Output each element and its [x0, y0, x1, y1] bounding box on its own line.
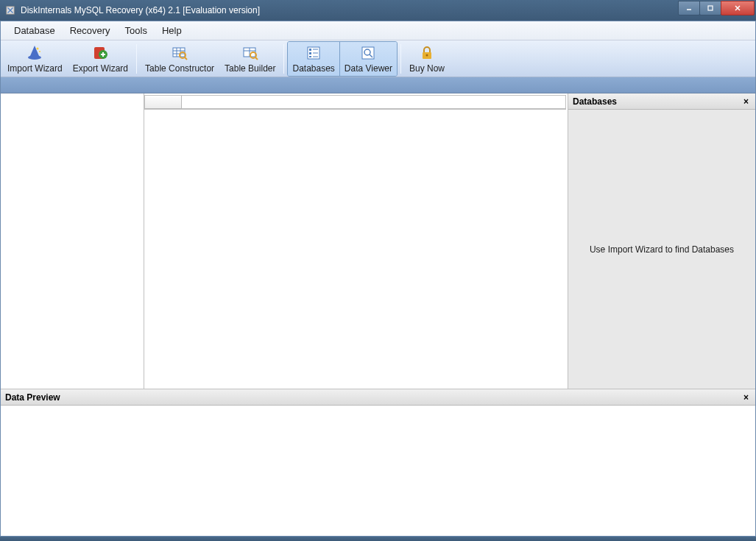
close-button[interactable]	[721, 1, 755, 15]
menubar: Database Recovery Tools Help	[1, 21, 755, 40]
wizard-hat-icon	[26, 44, 43, 62]
view-toggle-group: Databases Data Viewer	[287, 41, 398, 77]
svg-point-3	[28, 55, 41, 60]
databases-button[interactable]: Databases	[288, 42, 339, 76]
svg-rect-2	[708, 6, 713, 10]
preview-panel-body[interactable]	[1, 406, 755, 536]
center-wrap: ◄ ►	[144, 93, 568, 389]
menu-help[interactable]: Help	[155, 22, 189, 39]
upper-panes: ◄ ► Databases × Use Import Wizard to fin…	[1, 93, 755, 389]
svg-rect-23	[309, 56, 311, 57]
app-window: DiskInternals MySQL Recovery (x64) 2.1 […	[0, 0, 756, 541]
toolbar-label: Import Wizard	[7, 63, 63, 74]
lock-icon	[418, 44, 436, 62]
import-wizard-button[interactable]: Import Wizard	[2, 42, 68, 76]
databases-panel: Databases × Use Import Wizard to find Da…	[568, 93, 755, 389]
minimize-button[interactable]	[678, 1, 700, 15]
svg-point-5	[39, 51, 40, 52]
panel-title: Databases	[573, 96, 617, 107]
toolbar-label: Data Viewer	[345, 63, 392, 74]
toolbar-separator	[136, 44, 137, 74]
main-area: ◄ ► Databases × Use Import Wizard to fin…	[1, 93, 755, 536]
tree-pane[interactable]	[1, 93, 144, 389]
svg-rect-21	[309, 49, 311, 51]
panel-title: Data Preview	[5, 392, 60, 403]
menu-database[interactable]: Database	[7, 22, 63, 39]
buy-now-button[interactable]: Buy Now	[404, 42, 450, 76]
table-builder-button[interactable]: Table Builder	[219, 42, 280, 76]
export-icon	[91, 44, 109, 62]
panel-close-button[interactable]: ×	[741, 96, 751, 107]
table-constructor-button[interactable]: Table Constructor	[140, 42, 219, 76]
window-title: DiskInternals MySQL Recovery (x64) 2.1 […	[21, 5, 679, 15]
table-search-icon	[171, 44, 188, 62]
window-controls	[679, 1, 755, 15]
databases-panel-header: Databases ×	[568, 93, 755, 110]
table-build-icon	[241, 44, 259, 62]
databases-panel-body: Use Import Wizard to find Databases	[568, 110, 755, 389]
preview-panel-header: Data Preview ×	[1, 389, 755, 406]
toolbar-label: Databases	[292, 63, 334, 74]
toolbar-separator	[283, 44, 284, 74]
data-preview-panel: Data Preview ×	[1, 389, 755, 536]
panel-hint: Use Import Wizard to find Databases	[590, 244, 734, 255]
toolbar-label: Export Wizard	[73, 63, 128, 74]
svg-point-31	[426, 54, 428, 56]
svg-line-19	[255, 57, 258, 60]
panel-close-button[interactable]: ×	[741, 392, 751, 403]
menu-tools[interactable]: Tools	[118, 22, 155, 39]
app-icon	[4, 4, 16, 16]
grid-pane: ◄ ►	[144, 95, 566, 110]
data-viewer-button[interactable]: Data Viewer	[340, 42, 397, 76]
client-area: Database Recovery Tools Help Import Wiza…	[0, 21, 756, 537]
list-icon	[305, 44, 322, 62]
titlebar: DiskInternals MySQL Recovery (x64) 2.1 […	[0, 0, 756, 21]
svg-point-4	[37, 47, 39, 49]
svg-rect-22	[309, 52, 311, 54]
svg-line-14	[185, 57, 187, 60]
export-wizard-button[interactable]: Export Wizard	[68, 42, 133, 76]
toolbar-separator	[400, 44, 401, 74]
menu-recovery[interactable]: Recovery	[63, 22, 118, 39]
toolbar: Import Wizard Export Wizard Table Constr…	[1, 40, 755, 77]
viewer-icon	[359, 44, 377, 62]
grid-header-cell[interactable]	[145, 96, 182, 109]
maximize-button[interactable]	[699, 1, 721, 15]
grid-header	[145, 96, 565, 109]
toolbar-label: Table Constructor	[145, 63, 214, 74]
window-bottom-border	[0, 537, 756, 541]
toolbar-label: Buy Now	[409, 63, 445, 74]
sub-toolbar-strip	[1, 77, 755, 93]
toolbar-label: Table Builder	[225, 63, 275, 74]
